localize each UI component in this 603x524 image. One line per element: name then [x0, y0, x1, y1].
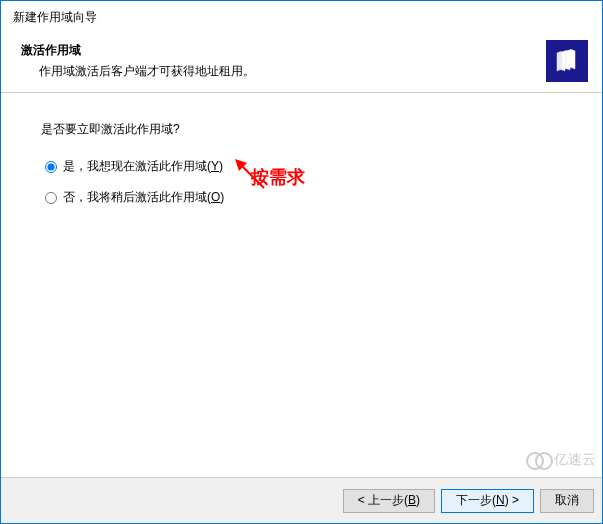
radio-yes-hotkey: Y [211, 159, 219, 173]
back-suffix: ) [416, 493, 420, 507]
window-title: 新建作用域向导 [1, 1, 602, 34]
header-title: 激活作用域 [21, 42, 582, 59]
next-hotkey: N [496, 493, 505, 507]
radio-no-suffix: ) [220, 190, 224, 204]
next-prefix: 下一步( [456, 493, 496, 507]
watermark-text: 亿速云 [554, 451, 596, 469]
radio-no-label[interactable]: 否，我将稍后激活此作用域(O) [63, 189, 224, 206]
radio-option-yes[interactable]: 是，我想现在激活此作用域(Y) [45, 158, 562, 175]
scope-icon [546, 40, 588, 82]
next-button[interactable]: 下一步(N) > [441, 489, 534, 513]
radio-yes-input[interactable] [45, 161, 57, 173]
back-prefix: < 上一步( [358, 493, 408, 507]
radio-no-hotkey: O [211, 190, 220, 204]
back-button[interactable]: < 上一步(B) [343, 489, 435, 513]
cancel-button[interactable]: 取消 [540, 489, 594, 513]
cancel-label: 取消 [555, 493, 579, 507]
radio-option-no[interactable]: 否，我将稍后激活此作用域(O) [45, 189, 562, 206]
next-suffix: ) > [505, 493, 519, 507]
back-hotkey: B [408, 493, 416, 507]
radio-no-text: 否，我将稍后激活此作用域( [63, 190, 211, 204]
radio-yes-text: 是，我想现在激活此作用域( [63, 159, 211, 173]
radio-yes-label[interactable]: 是，我想现在激活此作用域(Y) [63, 158, 223, 175]
button-bar: < 上一步(B) 下一步(N) > 取消 [1, 477, 602, 523]
wizard-header: 激活作用域 作用域激活后客户端才可获得地址租用。 [1, 34, 602, 93]
header-description: 作用域激活后客户端才可获得地址租用。 [21, 63, 582, 80]
watermark: 亿速云 [526, 451, 596, 469]
wizard-content: 是否要立即激活此作用域? 是，我想现在激活此作用域(Y) 否，我将稍后激活此作用… [1, 93, 602, 248]
activation-question: 是否要立即激活此作用域? [41, 121, 562, 138]
watermark-logo-icon [526, 451, 552, 469]
radio-no-input[interactable] [45, 192, 57, 204]
radio-group: 是，我想现在激活此作用域(Y) 否，我将稍后激活此作用域(O) [41, 158, 562, 206]
wizard-window: 新建作用域向导 激活作用域 作用域激活后客户端才可获得地址租用。 是否要立即激活… [0, 0, 603, 524]
radio-yes-suffix: ) [219, 159, 223, 173]
